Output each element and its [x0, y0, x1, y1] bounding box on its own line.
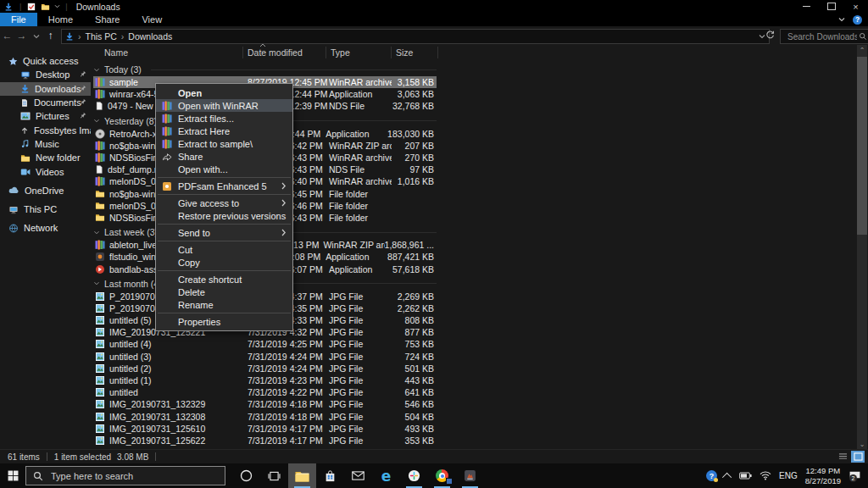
- column-header-size[interactable]: Size: [396, 47, 413, 58]
- taskbar-store-button[interactable]: [316, 463, 344, 488]
- file-row[interactable]: untitled (4)7/31/2019 4:25 PMJPG File753…: [93, 338, 437, 350]
- address-bar[interactable]: › This PC › Downloads: [61, 29, 770, 44]
- column-divider[interactable]: [437, 47, 438, 58]
- scroll-up-icon[interactable]: ⌃: [857, 45, 867, 55]
- context-menu-item-create-shortcut[interactable]: Create shortcut: [156, 273, 292, 286]
- taskbar-search-box[interactable]: [25, 466, 225, 485]
- context-menu-item-give-access-to[interactable]: Give access to: [156, 197, 292, 209]
- help-tray-icon[interactable]: ?: [706, 470, 717, 481]
- sidebar-item-pictures[interactable]: Pictures: [0, 109, 91, 123]
- large-icons-view-button[interactable]: [851, 451, 865, 463]
- context-menu-item-delete[interactable]: Delete: [156, 286, 292, 298]
- column-divider[interactable]: [242, 47, 243, 58]
- back-button[interactable]: ←: [0, 30, 14, 42]
- context-menu-item-pdfsam-enhanced-5[interactable]: PDFsam Enhanced 5: [156, 180, 292, 192]
- hidden-icons-chevron-icon[interactable]: [722, 472, 732, 481]
- tab-file[interactable]: File: [0, 13, 37, 26]
- taskbar-edge-button[interactable]: e: [372, 463, 400, 488]
- battery-icon[interactable]: [739, 472, 752, 480]
- new-folder-qat-icon[interactable]: [41, 3, 50, 11]
- maximize-button[interactable]: [819, 0, 843, 13]
- sidebar-item-onedrive[interactable]: OneDrive: [0, 184, 91, 197]
- minimize-button[interactable]: [794, 0, 819, 13]
- group-header-today-3[interactable]: Today (3): [93, 64, 437, 75]
- sidebar-item-downloads[interactable]: Downloads: [0, 82, 91, 96]
- context-menu-item-extract-files[interactable]: Extract files...: [156, 112, 292, 125]
- clock[interactable]: 12:49 PM 8/27/2019: [805, 466, 841, 485]
- column-divider[interactable]: [326, 47, 326, 58]
- context-menu-item-extract-here[interactable]: Extract Here: [156, 125, 292, 137]
- tab-home[interactable]: Home: [37, 13, 84, 26]
- recent-locations-chevron-icon[interactable]: [29, 30, 43, 42]
- sidebar-item-videos[interactable]: Videos: [0, 164, 91, 178]
- file-row[interactable]: untitled (3)7/31/2019 4:24 PMJPG File724…: [93, 351, 437, 363]
- column-divider[interactable]: [391, 47, 392, 58]
- close-button[interactable]: ×: [843, 0, 868, 13]
- file-row[interactable]: IMG_20190731_1323087/31/2019 4:18 PMJPG …: [93, 411, 437, 423]
- context-menu-item-cut[interactable]: Cut: [156, 243, 292, 256]
- scrollbar-thumb[interactable]: [857, 57, 867, 235]
- forward-button[interactable]: →: [14, 30, 29, 42]
- taskbar-app-button[interactable]: [456, 463, 484, 488]
- file-row[interactable]: IMG_20190731_1323297/31/2019 4:18 PMJPG …: [93, 398, 437, 410]
- file-row[interactable]: IMG_20190731_1256227/31/2019 4:17 PMJPG …: [93, 435, 437, 446]
- winrar-icon: [95, 152, 105, 163]
- context-menu-item-send-to[interactable]: Send to: [156, 226, 292, 239]
- explorer-search-input[interactable]: [786, 31, 859, 42]
- context-menu-item-properties[interactable]: Properties: [156, 315, 292, 328]
- file-row[interactable]: untitled (2)7/31/2019 4:24 PMJPG File501…: [93, 363, 437, 374]
- scroll-down-icon[interactable]: ⌄: [857, 439, 867, 449]
- language-indicator[interactable]: ENG: [779, 471, 798, 480]
- sidebar-item-label: Network: [24, 223, 58, 233]
- collapse-ribbon-chevron-icon[interactable]: [838, 17, 845, 22]
- explorer-search-box[interactable]: [780, 29, 868, 44]
- context-menu-item-open-with-winrar[interactable]: Open with WinRAR: [156, 99, 292, 112]
- up-button[interactable]: ↑: [43, 30, 58, 42]
- taskbar-task-view-button[interactable]: [260, 463, 288, 488]
- ribbon-tab-bar: File Home Share View ?: [0, 13, 868, 26]
- address-history-chevron-icon[interactable]: [759, 34, 765, 39]
- properties-qat-icon[interactable]: [27, 3, 36, 11]
- column-header-date-modified[interactable]: Date modified: [248, 47, 303, 58]
- sidebar-item-desktop[interactable]: Desktop: [0, 68, 91, 81]
- breadcrumb-downloads[interactable]: Downloads: [128, 31, 172, 42]
- sidebar-item-music[interactable]: Music: [0, 137, 91, 151]
- taskbar-file-explorer-button[interactable]: [288, 463, 316, 488]
- sidebar-item-fossbytes-images[interactable]: Fossbytes Images: [0, 123, 91, 136]
- start-button[interactable]: [0, 463, 25, 488]
- taskbar-search-input[interactable]: [49, 470, 218, 482]
- context-menu-item-restore-previous-versions[interactable]: Restore previous versions: [156, 209, 292, 222]
- sidebar-item-new-folder[interactable]: New folder: [0, 151, 91, 164]
- help-button[interactable]: ?: [853, 15, 862, 25]
- context-menu-item-extract-to-sample[interactable]: Extract to sample\: [156, 137, 292, 150]
- sidebar-item-quick-access[interactable]: Quick access: [0, 54, 91, 68]
- column-header-name[interactable]: Name: [104, 47, 128, 58]
- context-menu-item-open-with[interactable]: Open with...: [156, 163, 292, 175]
- context-menu-item-rename[interactable]: Rename: [156, 298, 292, 311]
- taskbar-cortana-button[interactable]: [232, 463, 260, 488]
- action-center-icon[interactable]: 2: [849, 470, 861, 481]
- search-icon[interactable]: [859, 32, 867, 41]
- qat-customize-chevron-icon[interactable]: [54, 4, 60, 8]
- file-row[interactable]: untitled7/31/2019 4:22 PMJPG File641 KB: [93, 386, 437, 398]
- taskbar-slack-button[interactable]: [400, 463, 428, 488]
- taskbar-chrome-button[interactable]: [428, 463, 456, 488]
- scrollbar[interactable]: ⌃ ⌄: [857, 45, 867, 449]
- context-menu-item-copy[interactable]: Copy: [156, 256, 292, 269]
- tab-share[interactable]: Share: [84, 13, 131, 26]
- refresh-icon[interactable]: [765, 30, 775, 40]
- sidebar-item-documents[interactable]: Documents: [0, 96, 91, 109]
- details-view-button[interactable]: [836, 451, 849, 463]
- column-header-type[interactable]: Type: [331, 47, 350, 58]
- file-type: JPG File: [329, 424, 392, 434]
- taskbar-mail-button[interactable]: [344, 463, 372, 488]
- tab-view[interactable]: View: [131, 13, 173, 26]
- wifi-icon[interactable]: [760, 471, 771, 480]
- file-row[interactable]: IMG_20190731_1256107/31/2019 4:17 PMJPG …: [93, 423, 437, 435]
- breadcrumb-this-pc[interactable]: This PC: [86, 31, 117, 42]
- context-menu-item-open[interactable]: Open: [156, 86, 292, 99]
- file-row[interactable]: untitled (1)7/31/2019 4:23 PMJPG File443…: [93, 374, 437, 386]
- sidebar-item-this-pc[interactable]: This PC: [0, 202, 91, 216]
- context-menu-item-share[interactable]: Share: [156, 150, 292, 163]
- sidebar-item-network[interactable]: Network: [0, 221, 91, 235]
